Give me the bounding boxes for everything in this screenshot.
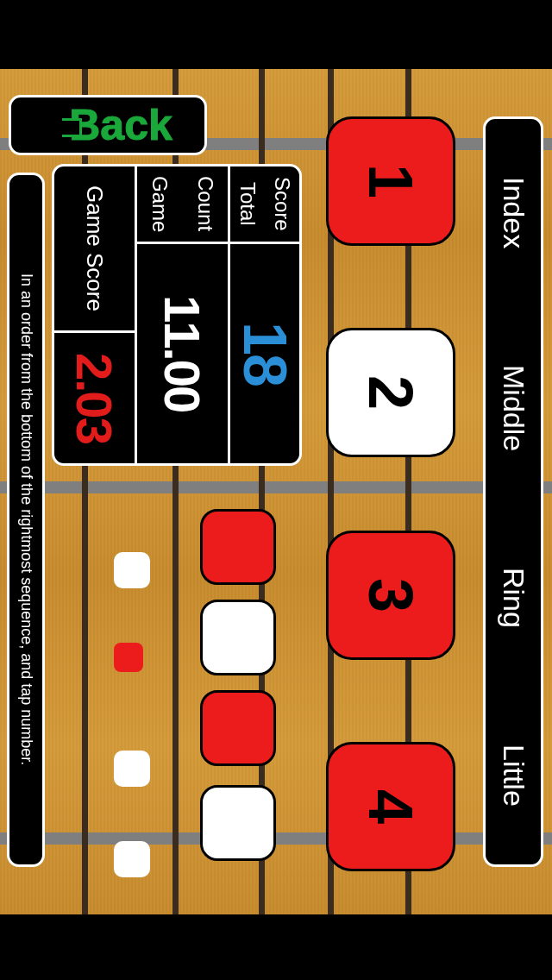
score-col-game: Game Score 2.03 <box>54 166 135 463</box>
app-root: Back Total Score 18 Game Count 11.00 Gam… <box>0 0 552 980</box>
seq-small-3[interactable] <box>114 751 150 787</box>
total-label-b: Score <box>265 166 299 242</box>
game-board: Back Total Score 18 Game Count 11.00 Gam… <box>0 69 552 914</box>
finger-label-middle: Middle <box>497 365 530 451</box>
finger-label-ring: Ring <box>497 568 530 628</box>
tap-tile-1[interactable]: 1 <box>326 116 455 246</box>
tap-tile-2[interactable]: 2 <box>326 328 455 457</box>
seq-med-3[interactable] <box>200 690 276 766</box>
back-arrow-icon <box>43 111 64 139</box>
instruction-text: In an order from the bottom of the right… <box>17 273 35 765</box>
count-label-a: Game <box>137 166 182 242</box>
score-col-total: Total Score 18 <box>228 166 299 463</box>
seq-small-4[interactable] <box>114 841 150 877</box>
finger-label-index: Index <box>497 177 530 248</box>
game-score-value: 2.03 <box>66 333 123 463</box>
tap-tile-3[interactable]: 3 <box>326 531 455 660</box>
seq-med-1[interactable] <box>200 509 276 585</box>
finger-labels: Index Middle Ring Little <box>483 116 543 867</box>
game-score-label: Game Score <box>81 166 108 330</box>
seq-small-1[interactable] <box>114 552 150 588</box>
total-label-a: Total <box>230 166 265 242</box>
game-count-value: 11.00 <box>154 244 211 463</box>
tap-tile-4[interactable]: 4 <box>326 742 455 871</box>
back-button[interactable]: Back <box>9 95 207 155</box>
seq-med-2[interactable] <box>200 600 276 675</box>
finger-label-little: Little <box>497 744 530 807</box>
score-col-count: Game Count 11.00 <box>135 166 227 463</box>
back-label: Back <box>69 100 172 150</box>
total-score-value: 18 <box>230 244 299 463</box>
instruction-bar: In an order from the bottom of the right… <box>7 173 45 867</box>
seq-small-2[interactable] <box>114 643 143 672</box>
count-label-b: Count <box>182 166 227 242</box>
score-panel: Total Score 18 Game Count 11.00 Game Sco… <box>52 164 302 466</box>
seq-med-4[interactable] <box>200 785 276 861</box>
